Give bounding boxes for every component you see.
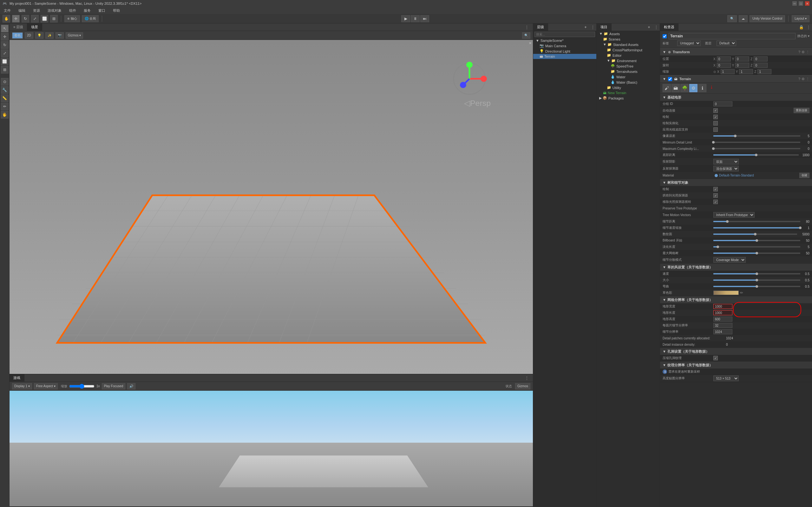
- custom-tool-4[interactable]: ✏: [1, 103, 9, 110]
- hierarchy-add-button[interactable]: +: [583, 25, 588, 30]
- wind-header[interactable]: ▼ 草的风设置（关于地形数据）: [660, 264, 812, 271]
- terrain-length-input[interactable]: [713, 310, 732, 315]
- rot-z-input[interactable]: [754, 63, 768, 68]
- project-item-environment[interactable]: ▼ 📁 Environment: [597, 58, 660, 63]
- project-item-utility[interactable]: 📁 Utility: [597, 85, 660, 90]
- scene-close-x[interactable]: ✕: [529, 41, 531, 45]
- hierarchy-item-terrain[interactable]: 🏔 Terrain: [533, 54, 596, 59]
- inspector-tab[interactable]: 检查器: [660, 23, 678, 31]
- step-button[interactable]: ⏭: [420, 15, 429, 22]
- per-chunk-input[interactable]: [713, 323, 732, 328]
- terrain-height-input[interactable]: [713, 317, 732, 322]
- wind-speed-slider[interactable]: [713, 273, 800, 274]
- hierarchy-tab[interactable]: 层级: [533, 23, 548, 31]
- scene-camera-button[interactable]: 📷: [55, 32, 64, 39]
- maximize-button[interactable]: □: [799, 1, 803, 6]
- display-selector[interactable]: Display 1 ▾: [12, 383, 32, 389]
- holes-header[interactable]: ▼ 孔洞设置（关于地形数据）: [660, 348, 812, 355]
- project-tab[interactable]: 项目: [597, 23, 612, 31]
- custom-tool-1[interactable]: ⊙: [1, 78, 9, 86]
- terrain-tab-sculpt[interactable]: 🏔: [671, 84, 680, 92]
- minimize-button[interactable]: ─: [792, 1, 797, 6]
- create-material-button[interactable]: 创建: [799, 173, 809, 178]
- hierarchy-item-light[interactable]: 💡 Directional Light: [533, 49, 596, 54]
- draw-trees-checkbox[interactable]: ✓: [713, 187, 718, 191]
- billboard-start-slider[interactable]: [713, 240, 800, 241]
- cloud-button[interactable]: ☁: [739, 15, 748, 22]
- auto-connect-checkbox[interactable]: ✓: [713, 108, 718, 113]
- collab-button[interactable]: Unity Version Control: [750, 15, 785, 22]
- max-complexity-slider[interactable]: [713, 148, 800, 149]
- basic-shape-header[interactable]: ▼ 基础地形: [660, 94, 812, 101]
- terrain-tab-trees[interactable]: 🌳: [680, 84, 689, 92]
- hierarchy-item-scene[interactable]: ▼ SampleScene*: [533, 38, 596, 43]
- active-scene-tab[interactable]: 场景: [27, 23, 42, 31]
- project-item-water-basic[interactable]: 💧 Water (Basic): [597, 79, 660, 85]
- wind-size-slider[interactable]: [713, 279, 800, 281]
- terrain-component-header[interactable]: ▼ 🏔 Terrain ? ⚙ ⋮: [660, 75, 812, 83]
- grass-tint-picker-icon[interactable]: ✏: [740, 291, 743, 295]
- fx-button[interactable]: ✨: [45, 32, 54, 39]
- game-viewport[interactable]: [9, 391, 533, 506]
- custom-tool-5[interactable]: 🖐: [1, 111, 9, 118]
- rot-y-input[interactable]: [735, 63, 749, 68]
- draw-instanced-checkbox[interactable]: □: [713, 121, 718, 125]
- game-tab[interactable]: 游戏: [9, 374, 24, 382]
- terrain-width-input[interactable]: [713, 304, 732, 309]
- play-focused-button[interactable]: Play Focused: [102, 383, 125, 389]
- bake-probe-checkbox[interactable]: ✓: [713, 193, 718, 198]
- inspector-lock-button[interactable]: 🔒: [799, 25, 804, 30]
- terrain-tab-paint[interactable]: 🖌: [663, 84, 671, 92]
- texture-res-header[interactable]: ▼ 纹理分辨率（关于地形数据）: [660, 361, 812, 369]
- rect-tool-button[interactable]: ⬜: [41, 15, 48, 22]
- project-item-standard[interactable]: ▼ 📁 Standard Assets: [597, 42, 660, 47]
- custom-tool-2[interactable]: 🔧: [1, 86, 9, 94]
- detail-scatter-select[interactable]: Coverage Mode: [713, 257, 746, 263]
- project-item-editor[interactable]: 📁 Editor: [597, 53, 660, 58]
- aspect-selector[interactable]: Free Aspect ▾: [34, 383, 58, 389]
- detail-res-input[interactable]: [713, 329, 732, 334]
- reflection-probe-select[interactable]: 混合探测器: [713, 166, 739, 171]
- rotate-tool[interactable]: ↻: [1, 41, 9, 49]
- project-item-speedtree[interactable]: 🌳 SpeedTree: [597, 63, 660, 69]
- fade-length-slider[interactable]: [713, 246, 800, 247]
- cast-shadow-select[interactable]: 双面: [713, 159, 739, 164]
- move-tool[interactable]: ✛: [1, 33, 9, 41]
- project-item-new-terrain[interactable]: 🏔 New Terrain: [597, 90, 660, 95]
- transform-tool-button[interactable]: ⊞: [50, 15, 58, 22]
- terrain-active-checkbox[interactable]: [668, 77, 672, 81]
- gizmos-game-button[interactable]: Gizmos: [515, 383, 530, 389]
- game-panel-menu[interactable]: ⋮: [523, 376, 530, 381]
- pixel-error-slider[interactable]: [713, 135, 800, 136]
- remove-probe-checkbox[interactable]: ✓: [713, 200, 718, 204]
- terrain-tab-settings[interactable]: ⚙: [689, 84, 698, 92]
- scene-panel-menu-button[interactable]: ⋮: [523, 25, 530, 30]
- global-button[interactable]: 🌐 全局: [82, 15, 99, 22]
- terrain-tab-info[interactable]: ℹ: [698, 84, 706, 92]
- scene-view[interactable]: ◁Persp ✕: [9, 40, 533, 374]
- menu-gameobject[interactable]: 游戏对象: [46, 8, 63, 13]
- project-item-scenes[interactable]: 📁 Scenes: [597, 37, 660, 42]
- tag-selector[interactable]: Untagged: [677, 41, 701, 46]
- menu-help[interactable]: 帮助: [112, 8, 121, 13]
- layer-selector[interactable]: Default: [716, 41, 736, 46]
- material-value[interactable]: Default-Terrain-Standard: [719, 174, 754, 177]
- pivot-button[interactable]: ⊕ 轴心: [64, 15, 80, 22]
- rect-tool[interactable]: ⬜: [1, 58, 9, 65]
- max-mesh-slider[interactable]: [713, 252, 800, 254]
- close-button[interactable]: ✕: [805, 1, 809, 6]
- inspector-scroll[interactable]: 静态的 ▾ 标签 Untagged 图层 Default: [660, 31, 812, 507]
- scale-tool-button[interactable]: ⤢: [31, 15, 39, 22]
- scale-slider[interactable]: [69, 384, 95, 389]
- scale-tool[interactable]: ⤢: [1, 49, 9, 57]
- inspector-menu-button[interactable]: ⋮: [805, 25, 812, 30]
- hand-tool-button[interactable]: ✋: [3, 15, 10, 22]
- scene-panel-tab[interactable]: ≡ 层级: [9, 23, 27, 31]
- mute-button[interactable]: 🔊: [127, 383, 136, 389]
- project-item-water[interactable]: 💧 Water: [597, 74, 660, 79]
- project-item-packages[interactable]: ▶ 📦 Packages: [597, 95, 660, 101]
- num-detail-slider[interactable]: [713, 233, 797, 235]
- lighting-button[interactable]: 💡: [35, 32, 44, 39]
- reconnect-button[interactable]: 重新连接: [794, 108, 809, 113]
- tree-detail-header[interactable]: ▼ 树和细节对象: [660, 179, 812, 186]
